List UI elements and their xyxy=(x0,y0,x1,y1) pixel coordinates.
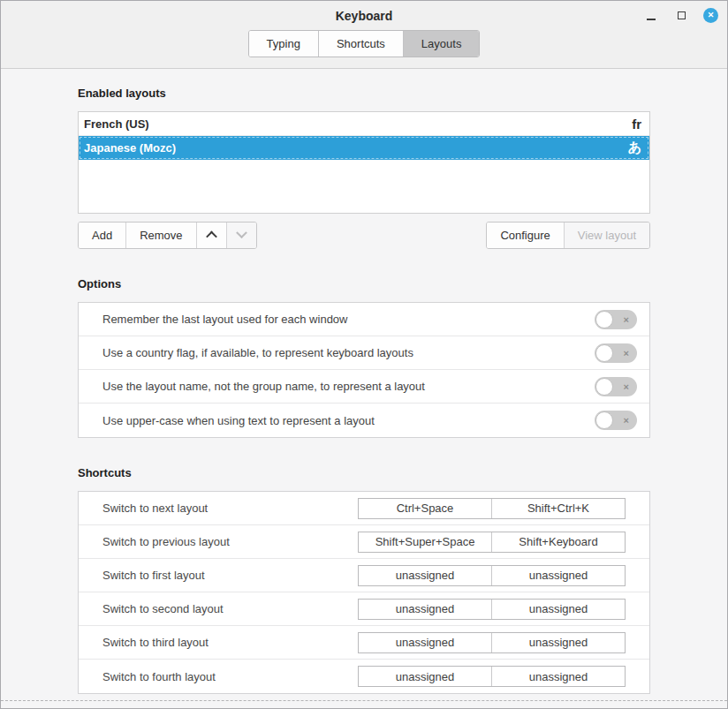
layout-indicator-icon: あ xyxy=(628,140,641,156)
tab-bar: Typing Shortcuts Layouts xyxy=(1,30,727,57)
maximize-button[interactable] xyxy=(673,8,689,24)
keybinding-button[interactable]: Ctrl+Space xyxy=(359,499,492,518)
tab-layouts[interactable]: Layouts xyxy=(404,31,480,57)
shortcuts-panel: Switch to next layout Ctrl+Space Shift+C… xyxy=(78,491,650,694)
options-panel: Remember the last layout used for each w… xyxy=(78,302,650,438)
minimize-icon xyxy=(647,19,656,20)
keybinding-button[interactable]: Shift+Ctrl+K xyxy=(492,499,625,518)
toggle-off-icon: × xyxy=(624,416,629,426)
option-row-remember-layout: Remember the last layout used for each w… xyxy=(79,303,649,336)
keybinding-group: Shift+Super+Space Shift+Keyboard xyxy=(358,532,626,553)
keybinding-button[interactable]: unassigned xyxy=(492,667,625,686)
layout-name: French (US) xyxy=(84,117,632,131)
keybinding-button[interactable]: unassigned xyxy=(492,633,625,652)
keybinding-button[interactable]: unassigned xyxy=(359,667,492,686)
option-label: Use upper-case when using text to repres… xyxy=(102,414,595,427)
close-icon: ✕ xyxy=(708,11,715,19)
keybinding-button[interactable]: unassigned xyxy=(492,600,625,619)
layout-name: Japanese (Mozc) xyxy=(84,141,628,155)
shortcut-label: Switch to next layout xyxy=(102,502,358,515)
enabled-layouts-list: French (US) fr Japanese (Mozc) あ xyxy=(78,111,650,214)
configure-button[interactable]: Configure xyxy=(487,223,564,248)
shortcuts-heading: Shortcuts xyxy=(78,466,650,479)
upper-case-toggle[interactable]: × xyxy=(595,411,637,430)
shortcut-row-third-layout: Switch to third layout unassigned unassi… xyxy=(79,626,649,660)
keybinding-button[interactable]: unassigned xyxy=(492,566,625,585)
minimize-button[interactable] xyxy=(643,8,659,24)
move-layout-down-button[interactable] xyxy=(227,223,256,248)
shortcut-label: Switch to first layout xyxy=(102,569,358,582)
shortcut-row-next-layout: Switch to next layout Ctrl+Space Shift+C… xyxy=(79,492,649,525)
toggle-knob xyxy=(595,344,613,362)
shortcut-row-first-layout: Switch to first layout unassigned unassi… xyxy=(79,559,649,592)
toggle-off-icon: × xyxy=(624,314,629,324)
keybinding-button[interactable]: Shift+Keyboard xyxy=(492,532,625,552)
window-title: Keyboard xyxy=(336,9,393,23)
layout-config-button-group: Configure View layout xyxy=(486,222,650,249)
close-button[interactable]: ✕ xyxy=(703,8,718,23)
chevron-up-icon xyxy=(206,231,217,243)
option-label: Use the layout name, not the group name,… xyxy=(102,380,595,393)
titlebar[interactable]: Keyboard ✕ xyxy=(1,1,727,30)
layout-name-toggle[interactable]: × xyxy=(595,377,637,396)
keyboard-settings-window: Keyboard ✕ Typing Shortcuts Layouts xyxy=(0,0,728,709)
window-resize-edge[interactable] xyxy=(1,700,727,701)
view-layout-button[interactable]: View layout xyxy=(565,223,649,248)
country-flag-toggle[interactable]: × xyxy=(595,343,637,363)
keybinding-button[interactable]: unassigned xyxy=(359,600,492,619)
tab-typing[interactable]: Typing xyxy=(249,31,319,57)
tab-shortcuts[interactable]: Shortcuts xyxy=(319,31,404,57)
keybinding-group: unassigned unassigned xyxy=(358,632,626,653)
shortcut-label: Switch to third layout xyxy=(102,636,358,649)
move-layout-up-button[interactable] xyxy=(197,223,227,248)
keybinding-button[interactable]: unassigned xyxy=(359,633,492,652)
option-row-country-flag: Use a country flag, if available, to rep… xyxy=(79,336,649,370)
keybinding-group: Ctrl+Space Shift+Ctrl+K xyxy=(358,498,626,519)
layout-row-japanese[interactable]: Japanese (Mozc) あ xyxy=(79,136,649,160)
shortcut-row-fourth-layout: Switch to fourth layout unassigned unass… xyxy=(79,660,649,693)
toggle-knob xyxy=(595,378,613,396)
option-label: Remember the last layout used for each w… xyxy=(102,313,595,326)
option-label: Use a country flag, if available, to rep… xyxy=(102,346,595,359)
shortcut-label: Switch to previous layout xyxy=(102,535,358,548)
keybinding-button[interactable]: unassigned xyxy=(359,566,492,585)
window-header: Keyboard ✕ Typing Shortcuts Layouts xyxy=(1,1,727,69)
keybinding-group: unassigned unassigned xyxy=(358,666,626,687)
remove-layout-button[interactable]: Remove xyxy=(126,223,196,248)
remember-layout-toggle[interactable]: × xyxy=(595,310,637,329)
keybinding-group: unassigned unassigned xyxy=(358,565,626,586)
maximize-icon xyxy=(678,11,686,19)
option-row-layout-name: Use the layout name, not the group name,… xyxy=(79,370,649,404)
option-row-upper-case: Use upper-case when using text to repres… xyxy=(79,404,649,437)
keybinding-button[interactable]: Shift+Super+Space xyxy=(359,532,492,552)
add-layout-button[interactable]: Add xyxy=(79,223,126,248)
toggle-off-icon: × xyxy=(624,381,629,391)
keybinding-group: unassigned unassigned xyxy=(358,599,626,620)
shortcut-row-previous-layout: Switch to previous layout Shift+Super+Sp… xyxy=(79,525,649,559)
toggle-knob xyxy=(595,311,613,328)
layout-row-french[interactable]: French (US) fr xyxy=(79,112,649,136)
enabled-layouts-heading: Enabled layouts xyxy=(78,87,650,100)
layout-list-actions: Add Remove Configure View layout xyxy=(78,222,650,249)
shortcut-label: Switch to second layout xyxy=(102,602,358,615)
options-heading: Options xyxy=(78,277,650,290)
window-controls: ✕ xyxy=(643,1,718,30)
layout-edit-button-group: Add Remove xyxy=(78,222,257,249)
layout-indicator-icon: fr xyxy=(632,117,641,132)
toggle-off-icon: × xyxy=(624,348,629,358)
toggle-knob xyxy=(595,411,613,429)
chevron-down-icon xyxy=(236,227,247,238)
shortcut-row-second-layout: Switch to second layout unassigned unass… xyxy=(79,592,649,626)
shortcut-label: Switch to fourth layout xyxy=(102,670,358,683)
layouts-page: Enabled layouts French (US) fr Japanese … xyxy=(1,69,727,694)
